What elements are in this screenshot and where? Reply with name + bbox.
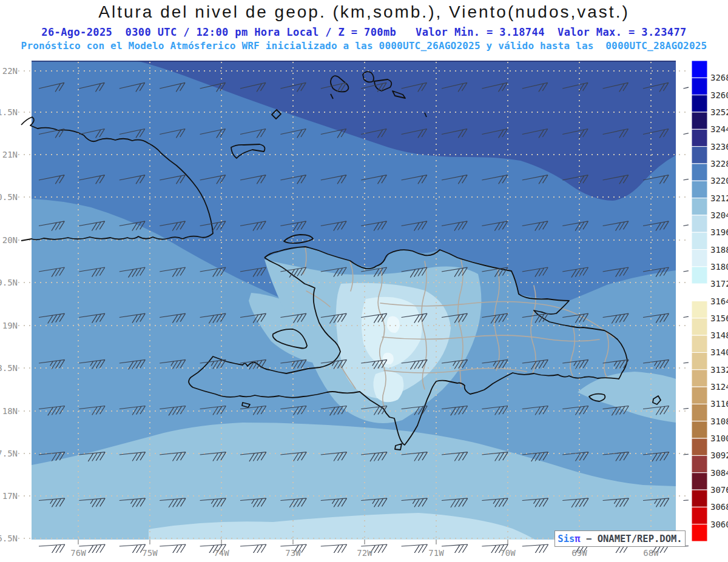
colorbar-label: 3084 xyxy=(710,468,728,478)
watermark-text: − ONAMET/REP.DOM. xyxy=(581,534,682,544)
colorbar-segment xyxy=(692,507,707,524)
colorbar-segment xyxy=(692,301,707,318)
lon-label: 72W xyxy=(357,548,372,558)
land-pocket-3188-3196-b xyxy=(373,372,403,403)
colorbar-segment xyxy=(692,318,707,335)
colorbar-segment xyxy=(692,352,707,369)
colorbar-segment xyxy=(692,267,707,284)
colorbar-label: 3196 xyxy=(710,227,728,237)
colorbar-segment xyxy=(692,404,707,421)
wind-barb xyxy=(442,544,468,553)
lat-label: 21N xyxy=(2,150,18,159)
lat-label: 9.5N xyxy=(0,278,18,287)
colorbar-segment xyxy=(692,473,707,490)
weather-map-svg: 3268326032523244323632283220321232043196… xyxy=(0,0,728,562)
colorbar-label: 3140 xyxy=(710,347,728,357)
colorbar-label: 3220 xyxy=(710,176,728,186)
lon-label: 70W xyxy=(500,548,516,558)
colorbar-label: 3060 xyxy=(710,520,728,529)
lat-label: 17N xyxy=(2,491,18,501)
colorbar-label: 3092 xyxy=(710,450,728,460)
colorbar-label: 3108 xyxy=(710,416,728,426)
wind-barb xyxy=(160,544,186,553)
lat-label: 22N xyxy=(2,66,18,76)
colorbar-label: 3116 xyxy=(710,399,728,409)
colorbar-label: 3164 xyxy=(710,296,728,306)
colorbar-segment xyxy=(692,61,707,78)
wind-barb xyxy=(683,544,709,553)
colorbar-label: 3156 xyxy=(710,313,728,323)
colorbar-segment xyxy=(692,335,707,352)
colorbar-label: 3188 xyxy=(710,245,728,255)
colorbar-segment xyxy=(692,250,707,267)
colorbar-segment xyxy=(692,198,707,215)
colorbar-label: 3212 xyxy=(710,193,728,203)
colorbar-labels: 3268326032523244323632283220321232043196… xyxy=(710,73,728,529)
colorbar-label: 3204 xyxy=(710,210,728,220)
colorbar-segment xyxy=(692,215,707,232)
colorbar-segment xyxy=(692,95,707,112)
colorbar-label: 3100 xyxy=(710,433,728,443)
colorbar xyxy=(692,61,707,541)
colorbar-label: 3172 xyxy=(710,279,728,289)
lat-label: 8.5N xyxy=(0,363,18,373)
lat-label: 0.5N xyxy=(0,192,18,202)
colorbar-label: 3252 xyxy=(710,107,728,117)
lon-label: 76W xyxy=(70,548,86,558)
wind-barb xyxy=(39,544,65,553)
watermark-box: Sisπ − ONAMET/REP.DOM. xyxy=(554,530,686,547)
wind-barb xyxy=(240,544,266,553)
colorbar-segment xyxy=(692,181,707,198)
lat-label: 6.5N xyxy=(0,534,18,543)
wind-barb xyxy=(522,544,548,553)
lat-label: 20N xyxy=(2,235,18,245)
colorbar-segment xyxy=(692,112,707,129)
wind-barb xyxy=(321,544,347,553)
lat-label: 1.5N xyxy=(0,107,18,117)
wind-barb xyxy=(120,544,146,553)
colorbar-label: 3124 xyxy=(710,382,728,392)
colorbar-label: 3236 xyxy=(710,142,728,152)
colorbar-segment xyxy=(692,438,707,455)
colorbar-segment xyxy=(692,164,707,181)
colorbar-segment xyxy=(692,147,707,164)
weather-map-screenshot: Altura del nivel de geop. (km,somb.), Vi… xyxy=(0,0,728,562)
lon-label: 68W xyxy=(643,548,659,558)
lat-label: 19N xyxy=(2,321,18,330)
lon-label: 73W xyxy=(285,548,301,558)
colorbar-label: 3076 xyxy=(710,485,728,495)
lat-label: 18N xyxy=(2,406,18,416)
colorbar-segment xyxy=(692,455,707,472)
colorbar-label: 3228 xyxy=(710,159,728,169)
colorbar-segment xyxy=(692,421,707,438)
lon-label: 75W xyxy=(142,548,158,558)
colorbar-label: 3068 xyxy=(710,502,728,512)
lon-label: 74W xyxy=(214,548,229,558)
colorbar-label: 3260 xyxy=(710,90,728,100)
colorbar-segment xyxy=(692,78,707,95)
watermark-pi-icon: π xyxy=(575,534,580,544)
colorbar-segment xyxy=(692,490,707,507)
colorbar-segment xyxy=(692,129,707,146)
colorbar-segment xyxy=(692,232,707,249)
colorbar-label: 3244 xyxy=(710,124,728,134)
colorbar-segment xyxy=(692,284,707,301)
colorbar-segment xyxy=(692,524,707,541)
lon-label: 71W xyxy=(428,548,444,558)
colorbar-segment xyxy=(692,370,707,387)
lat-label: 7.5N xyxy=(0,449,18,458)
wind-barb xyxy=(402,544,428,553)
watermark-sis: Sis xyxy=(558,534,575,544)
lon-label: 69W xyxy=(571,548,587,558)
colorbar-label: 3148 xyxy=(710,330,728,340)
colorbar-label: 3268 xyxy=(710,73,728,82)
colorbar-label: 3180 xyxy=(710,262,728,272)
colorbar-segment xyxy=(692,387,707,404)
colorbar-label: 3132 xyxy=(710,365,728,375)
